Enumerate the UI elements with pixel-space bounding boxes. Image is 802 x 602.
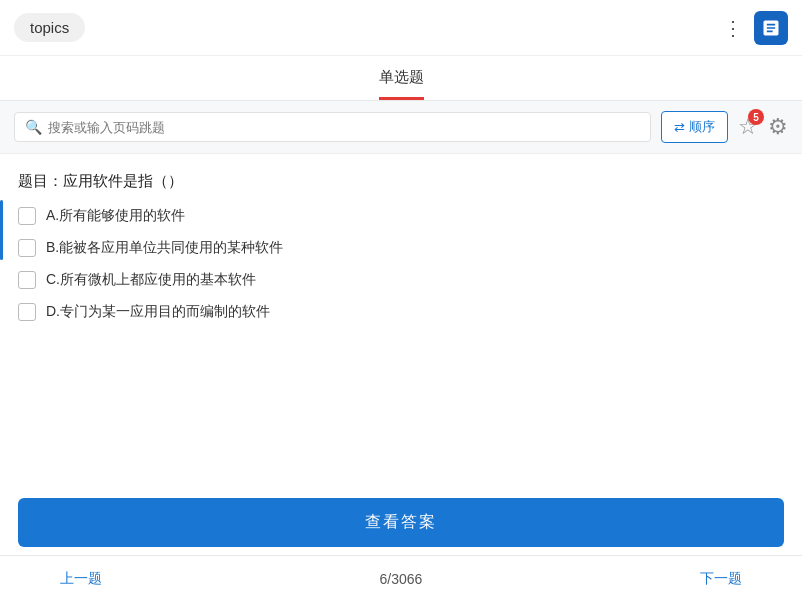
settings-button[interactable]: ⚙ bbox=[768, 114, 788, 140]
header-right: ⋮ bbox=[723, 11, 788, 45]
tab-single-choice[interactable]: 单选题 bbox=[379, 68, 424, 100]
order-button[interactable]: ⇄ 顺序 bbox=[661, 111, 728, 143]
option-item-b[interactable]: B.能被各应用单位共同使用的某种软件 bbox=[18, 239, 784, 257]
option-item-d[interactable]: D.专门为某一应用目的而编制的软件 bbox=[18, 303, 784, 321]
search-icon: 🔍 bbox=[25, 119, 42, 135]
prev-button[interactable]: 上一题 bbox=[60, 570, 102, 588]
search-input-wrapper: 🔍 bbox=[14, 112, 651, 142]
option-item-a[interactable]: A.所有能够使用的软件 bbox=[18, 207, 784, 225]
option-text-b: B.能被各应用单位共同使用的某种软件 bbox=[46, 239, 283, 257]
checkbox-d[interactable] bbox=[18, 303, 36, 321]
tab-bar: 单选题 bbox=[0, 56, 802, 101]
bottom-nav: 上一题 6/3066 下一题 bbox=[0, 555, 802, 602]
header: topics ⋮ bbox=[0, 0, 802, 56]
question-area: 题目：应用软件是指（） A.所有能够使用的软件 B.能被各应用单位共同使用的某种… bbox=[0, 154, 802, 490]
checkbox-a[interactable] bbox=[18, 207, 36, 225]
checkbox-b[interactable] bbox=[18, 239, 36, 257]
search-area: 🔍 ⇄ 顺序 ☆ 5 ⚙ bbox=[0, 101, 802, 154]
topics-badge[interactable]: topics bbox=[14, 13, 85, 42]
notebook-icon[interactable] bbox=[754, 11, 788, 45]
search-input[interactable] bbox=[48, 120, 640, 135]
order-label: 顺序 bbox=[689, 118, 715, 136]
option-item-c[interactable]: C.所有微机上都应使用的基本软件 bbox=[18, 271, 784, 289]
star-button[interactable]: ☆ 5 bbox=[738, 114, 758, 140]
order-icon: ⇄ bbox=[674, 120, 685, 135]
more-icon[interactable]: ⋮ bbox=[723, 16, 744, 40]
answer-button[interactable]: 查看答案 bbox=[18, 498, 784, 547]
option-text-c: C.所有微机上都应使用的基本软件 bbox=[46, 271, 256, 289]
question-title: 题目：应用软件是指（） bbox=[18, 172, 784, 191]
left-accent bbox=[0, 200, 3, 260]
next-button[interactable]: 下一题 bbox=[700, 570, 742, 588]
checkbox-c[interactable] bbox=[18, 271, 36, 289]
page-info: 6/3066 bbox=[380, 571, 423, 587]
option-text-d: D.专门为某一应用目的而编制的软件 bbox=[46, 303, 270, 321]
star-badge: 5 bbox=[748, 109, 764, 125]
option-text-a: A.所有能够使用的软件 bbox=[46, 207, 185, 225]
